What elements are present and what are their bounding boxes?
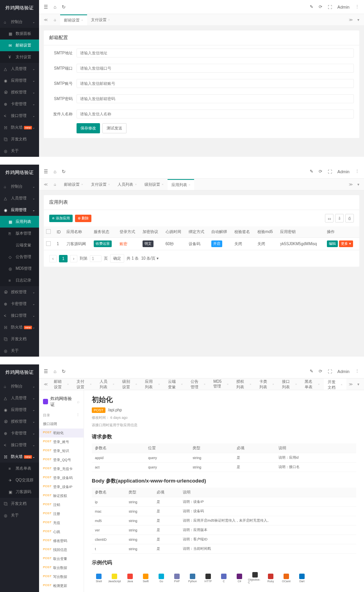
docs-nav-item[interactable]: POST登录_设备码 <box>39 474 84 483</box>
code-lang-tab[interactable]: Shell <box>92 572 106 584</box>
home-icon[interactable]: ⌂ <box>54 369 56 374</box>
code-lang-tab[interactable]: HTTP <box>201 572 215 584</box>
sidebar-item[interactable]: ▦应用列表 <box>0 216 39 228</box>
tabs-menu[interactable]: ▾ <box>355 18 362 22</box>
fullscreen-icon[interactable]: ⛶ <box>328 5 332 9</box>
docs-nav-item[interactable]: POST取云变量 <box>39 554 84 563</box>
fullscreen-icon[interactable]: ⛶ <box>328 369 332 374</box>
code-lang-tab[interactable]: Java <box>123 572 137 584</box>
tabs-next[interactable]: ≫ <box>346 182 355 187</box>
sidebar-item[interactable]: ◉应用管理⌄ <box>0 404 39 416</box>
goto-input[interactable] <box>90 255 102 262</box>
tab[interactable]: 人员列表× <box>114 179 141 190</box>
add-app-button[interactable]: ⊕ 添加应用 <box>49 215 73 222</box>
tab[interactable]: 应用列表× <box>168 179 194 190</box>
select-all-checkbox[interactable] <box>46 229 51 234</box>
docs-nav-item[interactable]: POST注销 <box>39 501 84 509</box>
sidebar-item[interactable]: ⦿授权管理⌄ <box>0 86 39 98</box>
code-lang-tab[interactable]: C <box>217 572 231 584</box>
code-lang-tab[interactable]: JavaScript <box>107 572 121 584</box>
form-input[interactable] <box>77 94 354 103</box>
docs-nav-item[interactable]: POST登录_QQ号 <box>39 456 84 465</box>
docs-nav-item[interactable]: POST注册 <box>39 509 84 518</box>
rotate-icon[interactable]: ⟳ <box>319 169 322 174</box>
sidebar-item[interactable]: ⦿授权管理⌄ <box>0 416 39 427</box>
close-icon[interactable]: × <box>135 183 137 186</box>
sidebar-item[interactable]: ⿻开发文档 <box>0 333 39 345</box>
tab[interactable]: 支付设置× <box>73 379 95 390</box>
sidebar-item[interactable]: ◇公告管理 <box>0 251 39 263</box>
note-icon[interactable]: ✎ <box>310 4 313 9</box>
menu-toggle-icon[interactable]: ☰ <box>44 169 48 174</box>
docs-nav-item[interactable]: POST检测更新 <box>39 581 84 590</box>
tab[interactable]: 应用列表× <box>141 379 164 390</box>
sidebar-item[interactable]: △人员管理⌄ <box>0 392 39 404</box>
sidebar-item[interactable]: △人员管理⌄ <box>0 63 39 75</box>
close-icon[interactable]: × <box>67 382 69 386</box>
code-lang-tab[interactable]: PHP <box>170 572 184 584</box>
docs-nav-item[interactable]: POST取云数据 <box>39 563 84 572</box>
code-lang-tab[interactable]: OCaml <box>279 572 293 584</box>
docs-nav-item[interactable]: POST登录_设备IP <box>39 483 84 492</box>
menu-toggle-icon[interactable]: ☰ <box>44 4 48 10</box>
home-icon[interactable]: ⌂ <box>54 4 56 10</box>
docs-nav-item[interactable]: POST登录_短识 <box>39 447 84 456</box>
more-button[interactable]: 更多 ▾ <box>339 240 353 247</box>
sidebar-item[interactable]: ¥支付设置 <box>0 51 39 63</box>
tab[interactable]: 公告管理× <box>187 379 209 390</box>
sidebar-item[interactable]: ⊕卡密管理⌄ <box>0 298 39 310</box>
menu-toggle-icon[interactable]: ☰ <box>44 369 48 374</box>
docs-nav-item[interactable]: POST登录_充值卡 <box>39 465 84 474</box>
close-icon[interactable]: × <box>341 383 343 386</box>
sidebar-item[interactable]: ☵防火墙new⌄ <box>0 122 39 133</box>
delete-button[interactable]: ⊗ 删除 <box>75 215 92 222</box>
tab[interactable]: 支付设置× <box>87 14 114 25</box>
sidebar-item[interactable]: <接口管理⌄ <box>0 439 39 451</box>
close-icon[interactable]: × <box>108 18 110 22</box>
sidebar-item[interactable]: ▣刀客源码 <box>0 486 39 498</box>
tabs-menu[interactable]: ▾ <box>355 382 362 386</box>
sidebar-item[interactable]: ⦿授权管理⌄ <box>0 286 39 298</box>
sidebar-item[interactable]: ◉应用管理⌄ <box>0 75 39 86</box>
filter-icon[interactable]: ⚏ <box>325 214 334 222</box>
tab[interactable]: 邮箱设置× <box>60 179 87 190</box>
more-icon[interactable]: ⋮ <box>355 4 359 9</box>
close-icon[interactable]: × <box>181 382 183 386</box>
goto-confirm[interactable]: 确定 <box>110 254 124 263</box>
sidebar-item[interactable]: ⌂控制台⌄ <box>0 380 39 392</box>
sidebar-item[interactable]: ⿻开发文档 <box>0 498 39 509</box>
page-next[interactable]: › <box>70 255 77 262</box>
form-input[interactable] <box>77 109 354 118</box>
sidebar-item[interactable]: ▦数据面板 <box>0 28 39 39</box>
close-icon[interactable]: × <box>272 382 274 386</box>
tabs-next[interactable]: ≫ <box>346 18 355 22</box>
code-lang-tab[interactable]: Dart <box>295 572 309 584</box>
row-checkbox[interactable] <box>46 241 51 246</box>
admin-label[interactable]: Admin <box>337 5 350 9</box>
sidebar-item[interactable]: 云端变量 <box>0 239 39 251</box>
form-input[interactable] <box>77 64 354 73</box>
tabs-prev[interactable]: ≪ <box>41 18 50 22</box>
sidebar-item[interactable]: ☵防火墙new⌄ <box>0 321 39 333</box>
export-icon[interactable]: ⇩ <box>335 214 344 222</box>
code-lang-tab[interactable]: Objective-C <box>248 572 262 584</box>
tab[interactable]: 开发文档× <box>324 379 346 390</box>
sidebar-item[interactable]: ◉应用管理⌄ <box>0 204 39 216</box>
sidebar-item[interactable]: ⿻开发文档 <box>0 133 39 145</box>
tab[interactable]: MD5管理× <box>209 379 232 390</box>
close-icon[interactable]: × <box>112 382 114 386</box>
close-icon[interactable]: × <box>81 18 83 22</box>
rotate-icon[interactable]: ⟳ <box>319 4 322 9</box>
close-icon[interactable]: × <box>158 382 160 386</box>
docs-nav-item[interactable]: POST修改密码 <box>39 536 84 545</box>
refresh-icon[interactable]: ↻ <box>62 4 66 10</box>
search-icon[interactable]: ⌕ <box>77 399 80 404</box>
sidebar-item[interactable]: ⎘版本管理 <box>0 228 39 239</box>
tab[interactable]: 邮箱设置× <box>50 379 73 390</box>
docs-cat-more[interactable]: ⋮ <box>76 413 80 418</box>
code-lang-tab[interactable]: Ruby <box>264 572 278 584</box>
note-icon[interactable]: ✎ <box>310 169 313 174</box>
code-lang-tab[interactable]: Go <box>154 572 168 584</box>
close-icon[interactable]: × <box>90 382 92 386</box>
close-icon[interactable]: × <box>162 183 164 186</box>
